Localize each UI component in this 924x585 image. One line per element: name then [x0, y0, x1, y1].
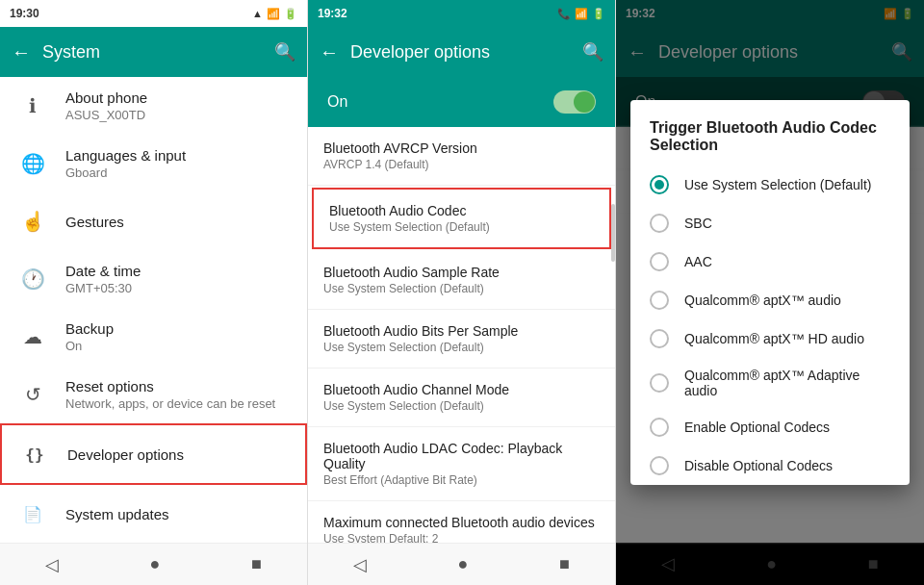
dialog-option-aptxadaptive-label: Qualcomm® aptX™ Adaptive audio: [684, 368, 890, 398]
dialog-option-disable-optional-label: Disable Optional Codecs: [684, 458, 833, 473]
ldac-subtitle: Best Effort (Adaptive Bit Rate): [323, 473, 600, 487]
codec-subtitle: Use System Selection (Default): [329, 220, 594, 234]
info-icon: ℹ: [15, 89, 50, 123]
reset-icon: ↺: [15, 377, 50, 412]
about-phone-subtitle: ASUS_X00TD: [65, 108, 292, 122]
time-2: 19:32: [318, 7, 347, 20]
updates-title: System updates: [65, 506, 292, 522]
toolbar-2: ← Developer options 🔍: [308, 27, 615, 77]
backup-title: Backup: [65, 320, 292, 337]
on-toggle-bar: On: [308, 77, 615, 127]
settings-list: ℹ About phone ASUS_X00TD 🌐 Languages & i…: [0, 77, 307, 543]
nav-home-2[interactable]: ●: [458, 554, 469, 574]
back-button-2[interactable]: ←: [320, 41, 339, 64]
radio-enable-optional[interactable]: [650, 418, 669, 437]
channel-title: Bluetooth Audio Channel Mode: [323, 382, 600, 397]
languages-title: Languages & input: [65, 147, 292, 164]
nav-back-1[interactable]: ◁: [45, 554, 59, 575]
setting-datetime[interactable]: 🕐 Date & time GMT+05:30: [0, 250, 307, 308]
maxdevices-subtitle: Use System Default: 2: [323, 532, 600, 543]
dialog-option-enable-optional[interactable]: Enable Optional Codecs: [630, 408, 910, 446]
dialog-option-aptxhd[interactable]: Qualcomm® aptX™ HD audio: [630, 319, 910, 358]
setting-about-phone[interactable]: ℹ About phone ASUS_X00TD: [0, 77, 307, 135]
radio-inner-system: [654, 180, 664, 190]
backup-subtitle: On: [65, 339, 292, 353]
samplerate-subtitle: Use System Selection (Default): [323, 282, 600, 295]
toggle-knob: [574, 91, 595, 113]
setting-updates[interactable]: 📄 System updates: [0, 485, 307, 543]
dev-options-list: Bluetooth AVRCP Version AVRCP 1.4 (Defau…: [308, 127, 615, 543]
channel-subtitle: Use System Selection (Default): [323, 399, 600, 413]
toolbar-title-2: Developer options: [350, 42, 571, 63]
samplerate-title: Bluetooth Audio Sample Rate: [323, 265, 600, 280]
developer-title: Developer options: [67, 446, 290, 463]
radio-sbc[interactable]: [650, 214, 669, 233]
maxdevices-title: Maximum connected Bluetooth audio device…: [323, 515, 600, 530]
dialog-option-aptx[interactable]: Qualcomm® aptX™ audio: [630, 281, 910, 319]
radio-aac[interactable]: [650, 252, 669, 271]
dev-option-bits[interactable]: Bluetooth Audio Bits Per Sample Use Syst…: [308, 310, 615, 369]
dialog-option-sbc[interactable]: SBC: [630, 204, 910, 242]
dialog-title: Trigger Bluetooth Audio Codec Selection: [630, 100, 910, 165]
nav-bar-2: ◁ ● ■: [308, 543, 615, 585]
nav-recent-1[interactable]: ■: [251, 554, 262, 574]
setting-backup[interactable]: ☁ Backup On: [0, 308, 307, 366]
on-label: On: [327, 93, 347, 111]
radio-aptxhd[interactable]: [650, 329, 669, 348]
dialog-option-system-label: Use System Selection (Default): [684, 177, 872, 192]
nav-back-2[interactable]: ◁: [353, 554, 367, 575]
dialog-option-aac-label: AAC: [684, 254, 712, 269]
dev-option-channel[interactable]: Bluetooth Audio Channel Mode Use System …: [308, 369, 615, 427]
scroll-indicator: [611, 204, 615, 262]
bits-title: Bluetooth Audio Bits Per Sample: [323, 323, 600, 339]
dialog-option-aptx-label: Qualcomm® aptX™ audio: [684, 292, 841, 308]
setting-languages[interactable]: 🌐 Languages & input Gboard: [0, 135, 307, 192]
status-icons-2: 📞 📶 🔋: [557, 8, 605, 20]
back-button-1[interactable]: ←: [12, 41, 31, 64]
datetime-subtitle: GMT+05:30: [65, 281, 292, 295]
reset-title: Reset options: [65, 378, 292, 394]
panel-developer-dialog: 19:32 📶 🔋 ← Developer options 🔍 On Bluet…: [616, 0, 924, 585]
gesture-icon: ☝: [15, 204, 50, 239]
dev-option-maxdevices[interactable]: Maximum connected Bluetooth audio device…: [308, 501, 615, 543]
status-bar-2: 19:32 📞 📶 🔋: [308, 0, 615, 27]
nav-recent-2[interactable]: ■: [559, 554, 570, 574]
dialog-overlay[interactable]: Trigger Bluetooth Audio Codec Selection …: [616, 0, 924, 585]
setting-developer[interactable]: {} Developer options: [0, 423, 307, 485]
dialog-option-enable-optional-label: Enable Optional Codecs: [684, 420, 830, 435]
developer-toggle[interactable]: [553, 90, 596, 114]
codec-title: Bluetooth Audio Codec: [329, 203, 594, 218]
radio-aptxadaptive[interactable]: [650, 373, 669, 393]
dev-option-avrcp[interactable]: Bluetooth AVRCP Version AVRCP 1.4 (Defau…: [308, 127, 615, 186]
dev-option-codec[interactable]: Bluetooth Audio Codec Use System Selecti…: [312, 188, 611, 249]
search-icon-2[interactable]: 🔍: [582, 41, 603, 63]
radio-system[interactable]: [650, 175, 669, 194]
nav-home-1[interactable]: ●: [150, 554, 161, 574]
panel-system-settings: 19:30 ▲ 📶 🔋 ← System 🔍 ℹ About phone ASU…: [0, 0, 308, 585]
dialog-option-system[interactable]: Use System Selection (Default): [630, 165, 910, 204]
dev-option-samplerate[interactable]: Bluetooth Audio Sample Rate Use System S…: [308, 251, 615, 310]
updates-icon: 📄: [15, 496, 50, 531]
radio-disable-optional[interactable]: [650, 456, 669, 475]
dialog-option-aac[interactable]: AAC: [630, 242, 910, 281]
developer-icon: {}: [17, 437, 52, 471]
setting-reset[interactable]: ↺ Reset options Network, apps, or device…: [0, 366, 307, 423]
gestures-title: Gestures: [65, 214, 292, 230]
radio-aptx[interactable]: [650, 291, 669, 310]
dialog-option-disable-optional[interactable]: Disable Optional Codecs: [630, 446, 910, 485]
bits-subtitle: Use System Selection (Default): [323, 341, 600, 354]
about-phone-title: About phone: [65, 89, 292, 106]
search-icon-1[interactable]: 🔍: [274, 41, 295, 63]
dialog-option-sbc-label: SBC: [684, 216, 712, 231]
dev-option-ldac[interactable]: Bluetooth Audio LDAC Codec: Playback Qua…: [308, 427, 615, 501]
reset-subtitle: Network, apps, or device can be reset: [65, 396, 292, 411]
avrcp-subtitle: AVRCP 1.4 (Default): [323, 158, 600, 171]
languages-subtitle: Gboard: [65, 165, 292, 180]
dialog-option-aptxadaptive[interactable]: Qualcomm® aptX™ Adaptive audio: [630, 358, 910, 408]
clock-icon: 🕐: [15, 262, 50, 296]
time-1: 19:30: [10, 7, 39, 20]
setting-gestures[interactable]: ☝ Gestures: [0, 192, 307, 250]
toolbar-title-1: System: [42, 42, 263, 63]
nav-bar-1: ◁ ● ■: [0, 543, 307, 585]
globe-icon: 🌐: [15, 146, 50, 181]
